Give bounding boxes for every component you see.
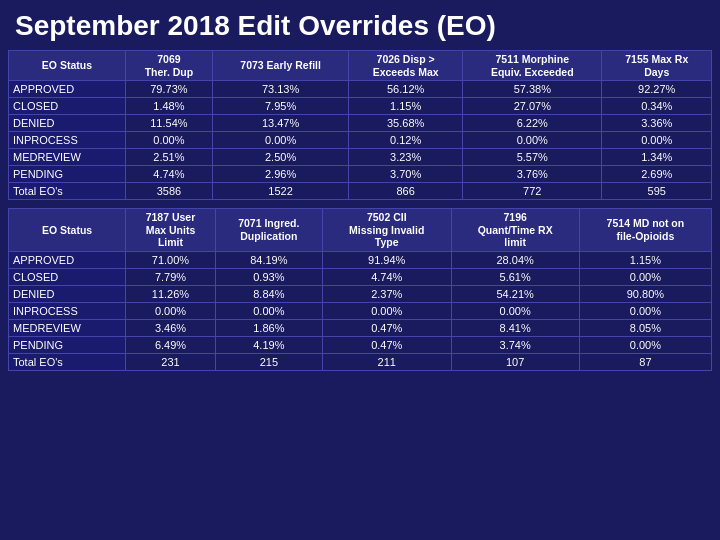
- data-cell: 0.34%: [602, 98, 712, 115]
- status-cell: DENIED: [9, 285, 126, 302]
- col-header-status-2: EO Status: [9, 209, 126, 252]
- status-cell: APPROVED: [9, 81, 126, 98]
- data-cell: 0.00%: [463, 132, 602, 149]
- data-cell: 8.41%: [451, 319, 579, 336]
- status-cell: PENDING: [9, 166, 126, 183]
- data-cell: 92.27%: [602, 81, 712, 98]
- table-row: Total EO's23121521110787: [9, 353, 712, 370]
- col-header-7155: 7155 Max RxDays: [602, 51, 712, 81]
- data-cell: 3.74%: [451, 336, 579, 353]
- data-cell: 3.36%: [602, 115, 712, 132]
- status-cell: MEDREVIEW: [9, 149, 126, 166]
- data-cell: 0.93%: [215, 268, 322, 285]
- data-cell: 27.07%: [463, 98, 602, 115]
- data-cell: 772: [463, 183, 602, 200]
- data-cell: 57.38%: [463, 81, 602, 98]
- data-cell: 7.95%: [213, 98, 349, 115]
- data-cell: 2.69%: [602, 166, 712, 183]
- table-row: DENIED11.26%8.84%2.37%54.21%90.80%: [9, 285, 712, 302]
- status-cell: INPROCESS: [9, 302, 126, 319]
- data-cell: 0.47%: [322, 336, 451, 353]
- data-cell: 8.05%: [579, 319, 711, 336]
- data-cell: 28.04%: [451, 251, 579, 268]
- col-header-7511: 7511 MorphineEquiv. Exceeded: [463, 51, 602, 81]
- table-row: INPROCESS0.00%0.00%0.12%0.00%0.00%: [9, 132, 712, 149]
- data-cell: 0.00%: [579, 268, 711, 285]
- data-cell: 84.19%: [215, 251, 322, 268]
- data-cell: 73.13%: [213, 81, 349, 98]
- data-cell: 79.73%: [125, 81, 212, 98]
- table-1: EO Status 7069Ther. Dup 7073 Early Refil…: [8, 50, 712, 200]
- col-header-status-1: EO Status: [9, 51, 126, 81]
- data-cell: 107: [451, 353, 579, 370]
- tables-container: EO Status 7069Ther. Dup 7073 Early Refil…: [0, 50, 720, 379]
- data-cell: 0.12%: [349, 132, 463, 149]
- table-row: MEDREVIEW3.46%1.86%0.47%8.41%8.05%: [9, 319, 712, 336]
- status-cell: Total EO's: [9, 353, 126, 370]
- data-cell: 6.22%: [463, 115, 602, 132]
- page-title: September 2018 Edit Overrides (EO): [0, 0, 720, 50]
- table-row: PENDING6.49%4.19%0.47%3.74%0.00%: [9, 336, 712, 353]
- data-cell: 3586: [125, 183, 212, 200]
- data-cell: 6.49%: [126, 336, 215, 353]
- data-cell: 0.00%: [602, 132, 712, 149]
- data-cell: 215: [215, 353, 322, 370]
- data-cell: 8.84%: [215, 285, 322, 302]
- data-cell: 2.96%: [213, 166, 349, 183]
- table-row: APPROVED71.00%84.19%91.94%28.04%1.15%: [9, 251, 712, 268]
- data-cell: 1.15%: [579, 251, 711, 268]
- data-cell: 0.00%: [126, 302, 215, 319]
- data-cell: 0.00%: [579, 302, 711, 319]
- data-cell: 3.70%: [349, 166, 463, 183]
- data-cell: 2.37%: [322, 285, 451, 302]
- table-row: MEDREVIEW2.51%2.50%3.23%5.57%1.34%: [9, 149, 712, 166]
- data-cell: 1.86%: [215, 319, 322, 336]
- col-header-7502: 7502 CIIMissing InvalidType: [322, 209, 451, 252]
- data-cell: 0.47%: [322, 319, 451, 336]
- data-cell: 91.94%: [322, 251, 451, 268]
- data-cell: 1.48%: [125, 98, 212, 115]
- table-row: DENIED11.54%13.47%35.68%6.22%3.36%: [9, 115, 712, 132]
- data-cell: 0.00%: [322, 302, 451, 319]
- data-cell: 4.74%: [322, 268, 451, 285]
- data-cell: 211: [322, 353, 451, 370]
- status-cell: APPROVED: [9, 251, 126, 268]
- col-header-7187: 7187 UserMax UnitsLimit: [126, 209, 215, 252]
- data-cell: 71.00%: [126, 251, 215, 268]
- status-cell: Total EO's: [9, 183, 126, 200]
- data-cell: 4.74%: [125, 166, 212, 183]
- data-cell: 11.26%: [126, 285, 215, 302]
- data-cell: 90.80%: [579, 285, 711, 302]
- data-cell: 13.47%: [213, 115, 349, 132]
- status-cell: PENDING: [9, 336, 126, 353]
- status-cell: MEDREVIEW: [9, 319, 126, 336]
- status-cell: INPROCESS: [9, 132, 126, 149]
- data-cell: 3.23%: [349, 149, 463, 166]
- data-cell: 866: [349, 183, 463, 200]
- status-cell: CLOSED: [9, 98, 126, 115]
- data-cell: 35.68%: [349, 115, 463, 132]
- data-cell: 0.00%: [451, 302, 579, 319]
- table-row: CLOSED1.48%7.95%1.15%27.07%0.34%: [9, 98, 712, 115]
- table-2: EO Status 7187 UserMax UnitsLimit 7071 I…: [8, 208, 712, 371]
- col-header-7069: 7069Ther. Dup: [125, 51, 212, 81]
- data-cell: 2.51%: [125, 149, 212, 166]
- data-cell: 1.34%: [602, 149, 712, 166]
- data-cell: 1522: [213, 183, 349, 200]
- data-cell: 3.46%: [126, 319, 215, 336]
- col-header-7026: 7026 Disp >Exceeds Max: [349, 51, 463, 81]
- data-cell: 54.21%: [451, 285, 579, 302]
- data-cell: 2.50%: [213, 149, 349, 166]
- data-cell: 5.61%: [451, 268, 579, 285]
- data-cell: 5.57%: [463, 149, 602, 166]
- data-cell: 4.19%: [215, 336, 322, 353]
- data-cell: 0.00%: [213, 132, 349, 149]
- data-cell: 56.12%: [349, 81, 463, 98]
- col-header-7196: 7196Quant/Time RXlimit: [451, 209, 579, 252]
- table-row: Total EO's35861522866772595: [9, 183, 712, 200]
- table-row: PENDING4.74%2.96%3.70%3.76%2.69%: [9, 166, 712, 183]
- data-cell: 3.76%: [463, 166, 602, 183]
- table-row: INPROCESS0.00%0.00%0.00%0.00%0.00%: [9, 302, 712, 319]
- status-cell: CLOSED: [9, 268, 126, 285]
- col-header-7073: 7073 Early Refill: [213, 51, 349, 81]
